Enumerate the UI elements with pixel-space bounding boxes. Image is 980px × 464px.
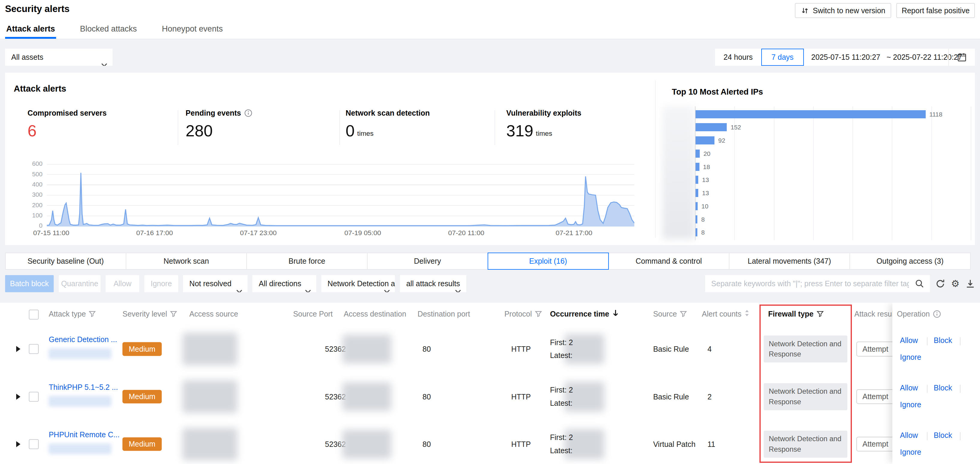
row-checkbox[interactable] (29, 344, 39, 354)
operation-cell: Allow Block Ignore (892, 421, 980, 464)
chevron-down-icon (101, 56, 107, 65)
alert-count-cell: 4 (708, 345, 712, 354)
switch-to-new-version-button[interactable]: Switch to new version (795, 3, 891, 18)
chevron-down-icon (305, 282, 311, 292)
allow-link[interactable]: Allow (900, 336, 918, 345)
trend-x-tick-label: 07-17 23:00 (240, 229, 277, 237)
top10-bar-value: 8 (701, 229, 705, 236)
search-icon[interactable] (915, 279, 924, 291)
top10-bar-value: 13 (702, 190, 709, 197)
redacted-access-destination (342, 382, 391, 411)
operation-cell: Allow Block Ignore (892, 373, 980, 420)
stat-value: 6 (28, 121, 37, 140)
ignore-link[interactable]: Ignore (900, 448, 921, 456)
download-icon[interactable] (965, 278, 975, 289)
top10-bar (695, 228, 697, 236)
calendar-icon[interactable] (948, 49, 975, 65)
category-tab-security-baseline[interactable]: Security baseline (Out) (5, 253, 126, 269)
tab-honeypot-events[interactable]: Honeypot events (161, 19, 224, 39)
attack-result-chip: Attempt (856, 437, 895, 452)
category-tab-lateral-movements[interactable]: Lateral movements (347) (729, 253, 850, 269)
batch-block-button[interactable]: Batch block (5, 275, 54, 292)
expand-row-icon[interactable] (16, 346, 21, 352)
date-start: 2025-07-15 11:20:27 (804, 53, 880, 62)
block-link[interactable]: Block (934, 384, 952, 392)
header-firewall-type[interactable]: Firewall type (768, 303, 824, 325)
tab-blocked-attacks[interactable]: Blocked attacks (79, 19, 138, 39)
header-alert-counts[interactable]: Alert counts (702, 303, 749, 325)
filter-icon[interactable] (535, 311, 542, 317)
report-false-positive-button[interactable]: Report false positive (896, 3, 975, 18)
attack-category-tabs: Security baseline (Out) Network scan Bru… (5, 253, 975, 269)
header-severity-level: Severity level (123, 303, 177, 325)
filter-icon[interactable] (89, 311, 96, 317)
operation-cell: Allow Block Ignore (892, 325, 980, 373)
redacted-access-destination (342, 335, 391, 364)
refresh-icon[interactable] (935, 278, 945, 289)
attack-type-cell: Generic Detection ... (49, 335, 117, 359)
allow-button[interactable]: Allow (106, 275, 139, 292)
top10-bar-value: 20 (703, 150, 710, 157)
quarantine-button[interactable]: Quarantine (59, 275, 101, 292)
attack-type-link[interactable]: ThinkPHP 5.1~5.2 ... (49, 383, 118, 391)
header-source-port: Source Port (293, 303, 333, 325)
top10-bar (695, 150, 700, 158)
ignore-button[interactable]: Ignore (144, 275, 178, 292)
search-input[interactable] (705, 275, 930, 292)
redacted-tag (49, 443, 111, 454)
block-link[interactable]: Block (934, 336, 952, 345)
trend-y-tick-label: 500 (18, 171, 42, 178)
header-access-source: Access source (189, 303, 238, 325)
attack-type-link[interactable]: PHPUnit Remote C... (49, 431, 119, 439)
filter-icon[interactable] (170, 311, 177, 317)
top10-bar-value: 18 (703, 163, 710, 171)
range-24-hours-button[interactable]: 24 hours (715, 49, 761, 65)
expand-row-icon[interactable] (16, 394, 21, 400)
table-row: Generic Detection ... Medium 52362 80 HT… (0, 325, 980, 373)
engine-filter-select[interactable]: Network Detection a... (321, 275, 395, 292)
trend-y-tick-label: 600 (18, 160, 42, 167)
ignore-link[interactable]: Ignore (900, 353, 921, 362)
block-link[interactable]: Block (934, 431, 952, 440)
direction-filter-select[interactable]: All directions (252, 275, 316, 292)
row-checkbox[interactable] (29, 439, 39, 449)
allow-link[interactable]: Allow (900, 431, 918, 440)
occurrence-time-cell: First: 2Latest: (550, 431, 573, 457)
expand-row-icon[interactable] (16, 441, 21, 447)
top10-bar (695, 176, 698, 184)
trend-y-tick-label: 0 (18, 222, 42, 229)
status-filter-select[interactable]: Not resolved (183, 275, 248, 292)
category-tab-brute-force[interactable]: Brute force (247, 253, 368, 269)
allow-link[interactable]: Allow (900, 384, 918, 392)
firewall-type-chip: Network Detection and Response (764, 335, 847, 362)
category-tab-outgoing-access[interactable]: Outgoing access (3) (850, 253, 971, 269)
date-range-picker[interactable]: 2025-07-15 11:20:27 ~ 2025-07-22 11:20:2… (804, 49, 975, 65)
attack-result-chip: Attempt (856, 341, 895, 357)
redacted-access-destination (342, 430, 391, 459)
top10-gridline (774, 106, 775, 240)
attack-type-link[interactable]: Generic Detection ... (49, 335, 117, 344)
filter-icon[interactable] (817, 311, 824, 317)
table-toolbar: Batch block Quarantine Allow Ignore Not … (0, 275, 980, 292)
filter-row: All assets 24 hours 7 days 2025-07-15 11… (0, 49, 980, 65)
security-alerts-page: Security alerts Switch to new version Re… (0, 0, 980, 464)
top10-bar-value: 92 (718, 137, 725, 144)
ignore-link[interactable]: Ignore (900, 400, 921, 409)
stat-value: 280 (186, 121, 213, 140)
row-checkbox[interactable] (29, 392, 39, 402)
gear-icon[interactable]: ⚙ (950, 278, 961, 289)
category-tab-network-scan[interactable]: Network scan (126, 253, 247, 269)
destination-port-cell: 80 (423, 345, 431, 354)
filter-icon[interactable] (680, 311, 687, 317)
tab-attack-alerts[interactable]: Attack alerts (5, 19, 56, 39)
select-all-checkbox[interactable] (29, 309, 39, 319)
asset-scope-select[interactable]: All assets (5, 49, 113, 65)
top10-gridline (892, 106, 892, 240)
attack-result-filter-select[interactable]: all attack results (400, 275, 466, 292)
range-7-days-button[interactable]: 7 days (761, 49, 804, 65)
category-tab-command-control[interactable]: Command & control (608, 253, 729, 269)
category-tab-delivery[interactable]: Delivery (367, 253, 488, 269)
category-tab-exploit[interactable]: Exploit (16) (488, 253, 609, 269)
header-occurrence-time[interactable]: Occurrence time (550, 303, 619, 325)
top10-bar (695, 163, 699, 171)
